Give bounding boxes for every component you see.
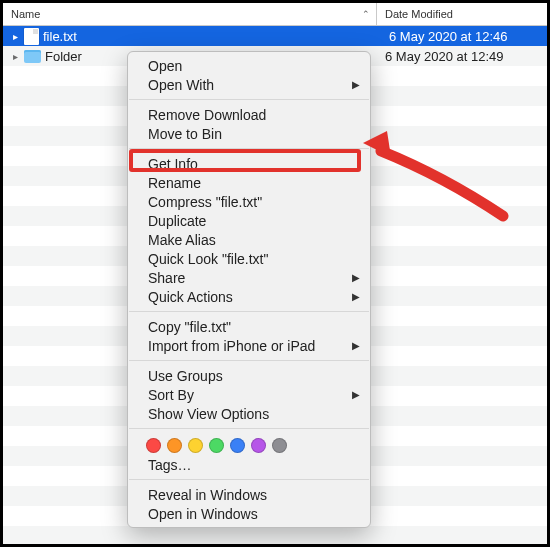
- tag-color-icon[interactable]: [188, 438, 203, 453]
- menu-item[interactable]: Get Info: [128, 154, 370, 173]
- menu-item-label: Open in Windows: [148, 506, 258, 522]
- menu-item[interactable]: Remove Download: [128, 105, 370, 124]
- tag-color-icon[interactable]: [146, 438, 161, 453]
- menu-item[interactable]: Sort By▶: [128, 385, 370, 404]
- file-list: ▸ file.txt 6 May 2020 at 12:46 ▸ Folder …: [3, 26, 547, 544]
- folder-icon: [24, 50, 41, 63]
- menu-item[interactable]: Reveal in Windows: [128, 485, 370, 504]
- menu-item[interactable]: Import from iPhone or iPad▶: [128, 336, 370, 355]
- tag-color-icon[interactable]: [272, 438, 287, 453]
- menu-item-label: Open With: [148, 77, 214, 93]
- menu-item-label: Get Info: [148, 156, 198, 172]
- file-date: 6 May 2020 at 12:46: [381, 28, 516, 45]
- menu-item-label: Use Groups: [148, 368, 223, 384]
- submenu-arrow-icon: ▶: [352, 79, 360, 90]
- disclosure-triangle-icon[interactable]: ▸: [11, 31, 20, 42]
- menu-separator: [129, 479, 369, 480]
- tag-color-icon[interactable]: [167, 438, 182, 453]
- submenu-arrow-icon: ▶: [352, 340, 360, 351]
- menu-item-label: Remove Download: [148, 107, 266, 123]
- menu-item-tags[interactable]: Tags…: [128, 455, 370, 474]
- menu-item[interactable]: Duplicate: [128, 211, 370, 230]
- menu-item-label: Copy "file.txt": [148, 319, 231, 335]
- tag-color-icon[interactable]: [209, 438, 224, 453]
- menu-item-label: Move to Bin: [148, 126, 222, 142]
- menu-item[interactable]: Compress "file.txt": [128, 192, 370, 211]
- menu-item[interactable]: Open With▶: [128, 75, 370, 94]
- menu-item-label: Quick Look "file.txt": [148, 251, 268, 267]
- menu-item-label: Tags…: [148, 457, 192, 473]
- menu-item[interactable]: Quick Actions▶: [128, 287, 370, 306]
- menu-item-label: Make Alias: [148, 232, 216, 248]
- menu-item-label: Show View Options: [148, 406, 269, 422]
- file-icon: [24, 28, 39, 45]
- tag-color-icon[interactable]: [230, 438, 245, 453]
- menu-item-label: Open: [148, 58, 182, 74]
- submenu-arrow-icon: ▶: [352, 291, 360, 302]
- submenu-arrow-icon: ▶: [352, 272, 360, 283]
- column-header-name[interactable]: Name ⌃: [3, 3, 377, 25]
- menu-item-label: Rename: [148, 175, 201, 191]
- menu-item[interactable]: Show View Options: [128, 404, 370, 423]
- menu-item-label: Reveal in Windows: [148, 487, 267, 503]
- context-menu: OpenOpen With▶Remove DownloadMove to Bin…: [127, 51, 371, 528]
- menu-item-label: Duplicate: [148, 213, 206, 229]
- menu-separator: [129, 311, 369, 312]
- tags-row: [128, 434, 370, 455]
- disclosure-triangle-icon[interactable]: ▸: [11, 51, 20, 62]
- file-row[interactable]: ▸ file.txt 6 May 2020 at 12:46: [3, 26, 547, 46]
- submenu-arrow-icon: ▶: [352, 389, 360, 400]
- menu-item[interactable]: Move to Bin: [128, 124, 370, 143]
- menu-item[interactable]: Rename: [128, 173, 370, 192]
- menu-item[interactable]: Use Groups: [128, 366, 370, 385]
- sort-ascending-icon: ⌃: [362, 9, 370, 19]
- menu-item[interactable]: Open in Windows: [128, 504, 370, 523]
- menu-item[interactable]: Open: [128, 56, 370, 75]
- folder-date: 6 May 2020 at 12:49: [385, 49, 504, 64]
- menu-separator: [129, 99, 369, 100]
- menu-separator: [129, 148, 369, 149]
- column-header-date-label: Date Modified: [385, 8, 453, 20]
- tag-color-icon[interactable]: [251, 438, 266, 453]
- menu-item[interactable]: Copy "file.txt": [128, 317, 370, 336]
- column-header: Name ⌃ Date Modified: [3, 3, 547, 26]
- column-header-name-label: Name: [11, 8, 40, 20]
- file-name: file.txt: [43, 29, 77, 44]
- menu-item[interactable]: Quick Look "file.txt": [128, 249, 370, 268]
- folder-name: Folder: [45, 49, 82, 64]
- menu-item[interactable]: Share▶: [128, 268, 370, 287]
- menu-item-label: Quick Actions: [148, 289, 233, 305]
- menu-item[interactable]: Make Alias: [128, 230, 370, 249]
- menu-separator: [129, 428, 369, 429]
- menu-separator: [129, 360, 369, 361]
- menu-item-label: Import from iPhone or iPad: [148, 338, 315, 354]
- menu-item-label: Compress "file.txt": [148, 194, 262, 210]
- menu-item-label: Sort By: [148, 387, 194, 403]
- column-header-date[interactable]: Date Modified: [377, 3, 547, 25]
- menu-item-label: Share: [148, 270, 185, 286]
